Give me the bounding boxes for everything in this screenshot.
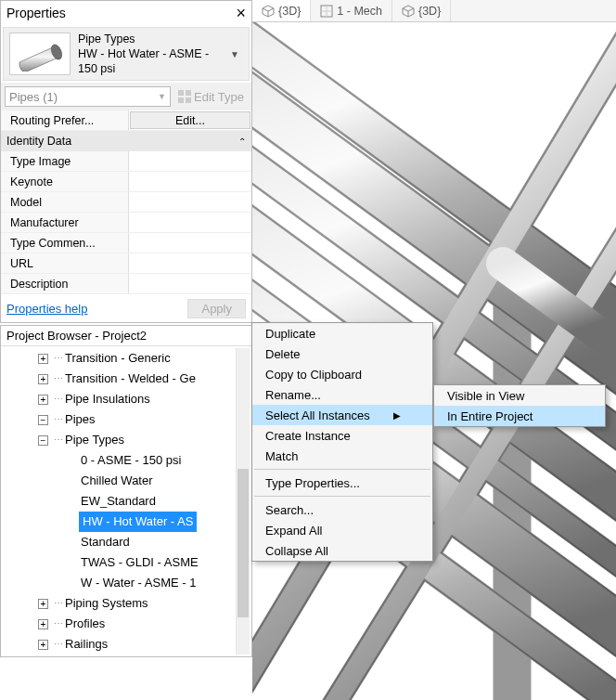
tree-pipes[interactable]: Pipes — [63, 409, 97, 430]
ctx-expand-all[interactable]: Expand All — [252, 520, 432, 540]
browser-scrollbar[interactable] — [236, 348, 250, 655]
expander-icon[interactable]: + — [38, 619, 48, 629]
expander-icon[interactable]: − — [38, 435, 48, 446]
close-icon[interactable]: × — [236, 4, 246, 23]
selection-filter-label: Pipes (1) — [9, 90, 58, 104]
cube-icon — [402, 5, 415, 18]
tree-transition-welded[interactable]: Transition - Welded - Ge — [63, 369, 198, 389]
context-submenu: Visible in View In Entire Project — [433, 384, 606, 427]
expander-icon[interactable]: + — [38, 640, 48, 650]
separator — [254, 496, 430, 497]
prop-manufacturer-value[interactable] — [129, 213, 251, 232]
tree-pipe-type-chilled[interactable]: Chilled Water — [79, 471, 155, 491]
chevron-down-icon: ▼ — [158, 92, 166, 101]
prop-model-value[interactable] — [129, 192, 251, 212]
properties-help-link[interactable]: Properties help — [6, 302, 87, 316]
ctx-collapse-all[interactable]: Collapse All — [252, 540, 432, 561]
ctx-copy[interactable]: Copy to Clipboard — [252, 364, 432, 384]
submenu-arrow-icon: ▶ — [393, 410, 401, 421]
apply-button[interactable]: Apply — [187, 299, 246, 318]
prop-type-comments-label: Type Commen... — [1, 233, 129, 253]
section-identity-data[interactable]: Identity Data ⌃ — [1, 131, 251, 151]
edit-type-label: Edit Type — [194, 90, 244, 104]
type-category: Pipe Types — [78, 32, 226, 46]
expander-icon[interactable]: + — [38, 599, 48, 609]
routing-edit-button[interactable]: Edit... — [130, 111, 250, 129]
type-selector[interactable]: Pipe Types HW - Hot Water - ASME - 150 p… — [3, 27, 250, 81]
edit-type-button[interactable]: Edit Type — [174, 86, 248, 107]
expander-icon[interactable]: + — [38, 395, 48, 405]
floorplan-icon — [320, 5, 333, 18]
prop-url-value[interactable] — [129, 253, 251, 273]
prop-type-image-label: Type Image — [1, 151, 129, 171]
ctx-visible-in-view[interactable]: Visible in View — [434, 385, 605, 406]
view-tab-3d-2[interactable]: {3D} — [392, 0, 451, 21]
tree-pipe-types[interactable]: Pipe Types — [63, 430, 126, 450]
prop-model-label: Model — [1, 192, 129, 212]
prop-type-comments-value[interactable] — [129, 233, 251, 253]
type-name: HW - Hot Water - ASME - 150 psi — [78, 46, 226, 76]
properties-title: Properties — [6, 6, 66, 20]
ctx-rename[interactable]: Rename... — [252, 384, 432, 405]
ctx-delete[interactable]: Delete — [252, 344, 432, 364]
edit-type-icon — [178, 90, 191, 103]
expander-icon[interactable]: + — [38, 354, 48, 364]
collapse-icon: ⌃ — [238, 136, 246, 147]
ctx-type-properties[interactable]: Type Properties... — [252, 473, 432, 493]
prop-keynote-value[interactable] — [129, 172, 251, 191]
tree-piping-systems[interactable]: Piping Systems — [63, 593, 150, 614]
tree-pipe-type-0[interactable]: 0 - ASME - 150 psi — [79, 450, 183, 471]
ctx-select-all-instances[interactable]: Select All Instances▶ — [252, 405, 432, 425]
tree-railings[interactable]: Railings — [63, 634, 109, 655]
prop-description-value[interactable] — [129, 274, 251, 293]
view-tab-3d-1[interactable]: {3D} — [252, 0, 311, 21]
expander-icon[interactable]: − — [38, 415, 48, 425]
tree-profiles[interactable]: Profiles — [63, 614, 107, 634]
tree-pipe-type-w[interactable]: W - Water - ASME - 1 — [79, 573, 198, 593]
chevron-down-icon[interactable]: ▼ — [226, 49, 243, 59]
tree-transition-generic[interactable]: Transition - Generic — [63, 348, 173, 369]
ctx-create-instance[interactable]: Create Instance — [252, 425, 432, 446]
type-thumbnail — [9, 32, 71, 75]
prop-manufacturer-label: Manufacturer — [1, 213, 129, 232]
prop-url-label: URL — [1, 253, 129, 273]
ctx-match[interactable]: Match — [252, 446, 432, 466]
tree-pipe-type-standard[interactable]: Standard — [79, 532, 132, 552]
ctx-in-entire-project[interactable]: In Entire Project — [434, 406, 605, 426]
prop-keynote-label: Keynote — [1, 172, 129, 191]
expander-icon[interactable]: + — [38, 374, 48, 384]
ctx-search[interactable]: Search... — [252, 499, 432, 520]
prop-type-image-value[interactable] — [129, 151, 251, 171]
tree-pipe-type-twas[interactable]: TWAS - GLDI - ASME — [79, 552, 200, 573]
view-tab-mech[interactable]: 1 - Mech — [311, 0, 392, 21]
tree-pipe-insulations[interactable]: Pipe Insulations — [63, 389, 152, 409]
ctx-duplicate[interactable]: Duplicate — [252, 323, 432, 344]
prop-description-label: Description — [1, 274, 129, 293]
tree-pipe-type-hw[interactable]: HW - Hot Water - AS — [79, 512, 197, 532]
prop-routing-label: Routing Prefer... — [1, 110, 129, 130]
separator — [254, 469, 430, 470]
selection-filter-combo[interactable]: Pipes (1) ▼ — [5, 86, 171, 107]
project-browser-title: Project Browser - Project2 — [1, 326, 251, 346]
cube-icon — [262, 5, 275, 18]
context-menu: Duplicate Delete Copy to Clipboard Renam… — [251, 322, 433, 562]
tree-pipe-type-ew[interactable]: EW_Standard — [79, 491, 158, 512]
